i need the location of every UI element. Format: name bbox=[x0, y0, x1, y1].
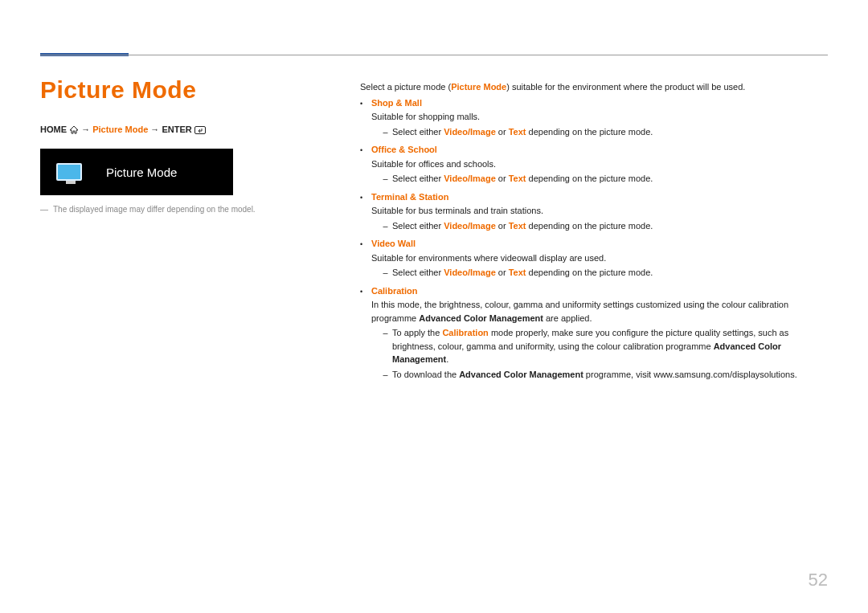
phrase-b: Text bbox=[509, 127, 526, 137]
left-column: Picture Mode HOME → Picture Mode → ENTER… bbox=[40, 76, 273, 214]
mode-terminal-station: • Terminal & Station Suitable for bus te… bbox=[360, 190, 828, 233]
manual-page: Picture Mode HOME → Picture Mode → ENTER… bbox=[0, 0, 868, 613]
dash-icon: ‒ bbox=[383, 172, 388, 186]
phrase-b: Text bbox=[509, 174, 526, 183]
intro-suffix: ) suitable for the environment where the… bbox=[506, 82, 745, 92]
cal-desc-post: are applied. bbox=[543, 313, 592, 323]
picture-mode-icon bbox=[56, 163, 82, 181]
mode-title: Calibration bbox=[371, 286, 417, 296]
mode-title: Office & School bbox=[371, 145, 437, 154]
preview-label: Picture Mode bbox=[106, 166, 177, 179]
phrase-post: depending on the picture mode. bbox=[526, 174, 653, 183]
phrase-a: Video/Image bbox=[444, 174, 496, 183]
mode-shop-mall: • Shop & Mall Suitable for shopping mall… bbox=[360, 96, 828, 139]
calibration-sub-2: ‒ To download the Advanced Color Managem… bbox=[383, 368, 828, 382]
dash-icon: ‒ bbox=[383, 125, 388, 139]
mode-desc: Suitable for bus terminals and train sta… bbox=[371, 204, 828, 218]
intro-prefix: Select a picture mode ( bbox=[360, 82, 451, 92]
breadcrumb-enter: ENTER bbox=[162, 125, 191, 134]
cal1-end: . bbox=[446, 354, 448, 364]
cal1-pre: To apply the bbox=[392, 328, 442, 337]
mode-desc: Suitable for offices and schools. bbox=[371, 157, 828, 171]
phrase-mid: or bbox=[496, 221, 509, 231]
breadcrumb: HOME → Picture Mode → ENTER bbox=[40, 125, 273, 134]
breadcrumb-item: Picture Mode bbox=[92, 125, 148, 134]
dash-icon: ‒ bbox=[383, 326, 388, 340]
phrase-a: Video/Image bbox=[444, 221, 496, 231]
mode-title: Video Wall bbox=[371, 239, 416, 248]
svg-rect-0 bbox=[194, 127, 205, 134]
bullet-icon: • bbox=[360, 193, 362, 204]
phrase-mid: or bbox=[496, 268, 509, 277]
breadcrumb-arrow: → bbox=[81, 125, 90, 134]
mode-office-school: • Office & School Suitable for offices a… bbox=[360, 143, 828, 186]
dash-icon: ‒ bbox=[383, 266, 388, 280]
cal2-post: programme, visit www.samsung.com/display… bbox=[583, 370, 797, 379]
intro-highlight: Picture Mode bbox=[451, 82, 506, 92]
mode-calibration: • Calibration In this mode, the brightne… bbox=[360, 284, 828, 382]
bullet-icon: • bbox=[360, 239, 362, 251]
acm-name: Advanced Color Management bbox=[419, 313, 543, 323]
bullet-icon: • bbox=[360, 99, 362, 110]
right-column: Select a picture mode (Picture Mode) sui… bbox=[360, 80, 828, 386]
preview-tile: Picture Mode bbox=[40, 149, 233, 195]
mode-sub-item: ‒ Select either Video/Image or Text depe… bbox=[383, 219, 828, 233]
mode-title: Shop & Mall bbox=[371, 98, 422, 108]
phrase-a: Video/Image bbox=[444, 127, 496, 137]
phrase-b: Text bbox=[509, 221, 526, 231]
enter-icon bbox=[194, 125, 206, 134]
phrase-mid: or bbox=[496, 174, 509, 183]
dash-icon: ‒ bbox=[383, 219, 388, 233]
breadcrumb-arrow: → bbox=[150, 125, 159, 134]
mode-sub-item: ‒ Select either Video/Image or Text depe… bbox=[383, 125, 828, 139]
mode-sub-item: ‒ Select either Video/Image or Text depe… bbox=[383, 266, 828, 280]
phrase-a: Video/Image bbox=[444, 268, 496, 277]
phrase-pre: Select either bbox=[392, 221, 444, 231]
calibration-sub-1: ‒ To apply the Calibration mode properly… bbox=[383, 326, 828, 366]
header-divider bbox=[40, 55, 828, 55]
disclaimer-text: The displayed image may differ depending… bbox=[53, 205, 256, 214]
mode-sub-item: ‒ Select either Video/Image or Text depe… bbox=[383, 172, 828, 186]
home-icon bbox=[69, 125, 79, 134]
mode-title: Terminal & Station bbox=[371, 192, 448, 202]
cal1-cal: Calibration bbox=[442, 328, 488, 337]
breadcrumb-home: HOME bbox=[40, 125, 67, 134]
cal2-pre: To download the bbox=[392, 370, 459, 379]
phrase-post: depending on the picture mode. bbox=[526, 221, 653, 231]
mode-list: • Shop & Mall Suitable for shopping mall… bbox=[360, 96, 828, 382]
intro-text: Select a picture mode (Picture Mode) sui… bbox=[360, 80, 828, 94]
model-disclaimer: ― The displayed image may differ dependi… bbox=[40, 205, 273, 214]
phrase-mid: or bbox=[496, 127, 509, 137]
phrase-pre: Select either bbox=[392, 127, 444, 137]
mode-video-wall: • Video Wall Suitable for environments w… bbox=[360, 237, 828, 280]
bullet-icon: • bbox=[360, 145, 362, 157]
phrase-b: Text bbox=[509, 268, 526, 277]
cal2-acm: Advanced Color Management bbox=[459, 370, 583, 379]
phrase-post: depending on the picture mode. bbox=[526, 268, 653, 277]
page-title: Picture Mode bbox=[40, 76, 273, 104]
phrase-pre: Select either bbox=[392, 174, 444, 183]
bullet-icon: • bbox=[360, 287, 362, 298]
dash-icon: ‒ bbox=[383, 368, 388, 382]
page-number: 52 bbox=[809, 570, 828, 591]
mode-desc: Suitable for environments where videowal… bbox=[371, 251, 828, 265]
mode-desc: In this mode, the brightness, colour, ga… bbox=[371, 298, 828, 325]
mode-desc: Suitable for shopping malls. bbox=[371, 110, 828, 124]
dash-icon: ― bbox=[40, 205, 48, 214]
phrase-post: depending on the picture mode. bbox=[526, 127, 653, 137]
phrase-pre: Select either bbox=[392, 268, 444, 277]
